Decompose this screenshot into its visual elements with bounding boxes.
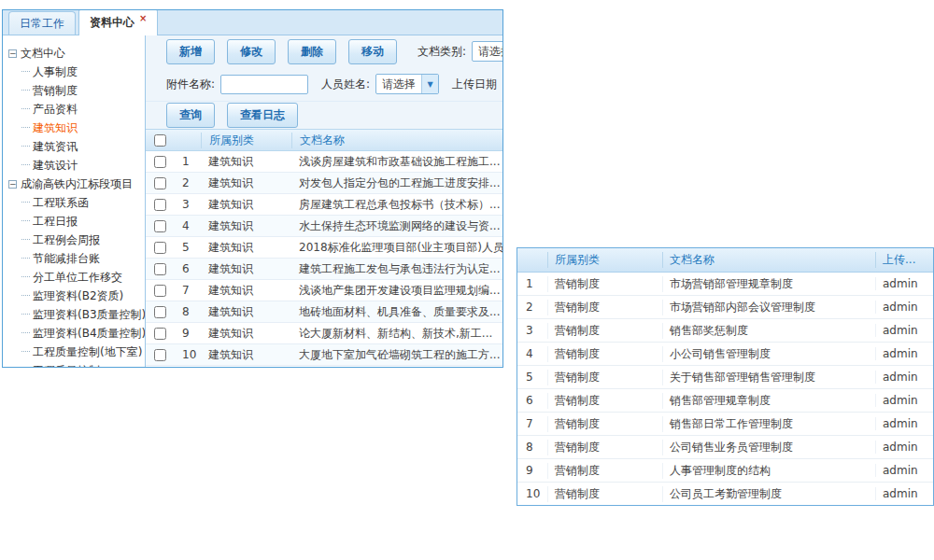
move-button[interactable]: 移动 bbox=[348, 39, 397, 64]
table-row[interactable]: 10 营销制度 公司员工考勤管理制度 admin bbox=[517, 483, 933, 506]
table-row[interactable]: 8 建筑知识 地砖地面材料、机具准备、质量要求及... bbox=[146, 301, 502, 323]
tab-data-center[interactable]: 资料中心× bbox=[78, 9, 158, 35]
row-checkbox[interactable] bbox=[154, 285, 166, 297]
tree-item-label: 工程例会周报 bbox=[33, 233, 100, 246]
row-checkbox[interactable] bbox=[154, 349, 166, 361]
table-row[interactable]: 1 建筑知识 浅谈房屋建筑和市政基础设施工程施工... bbox=[146, 151, 502, 173]
person-select[interactable]: 请选择 ▼ bbox=[375, 74, 439, 94]
row-name: 论大厦新材料、新结构、新技术,新工... bbox=[291, 326, 502, 342]
tree-item[interactable]: 监理资料(B3质量控制) bbox=[8, 305, 143, 324]
tree-item-selected[interactable]: 建筑知识 bbox=[8, 119, 143, 137]
attachment-name-input[interactable] bbox=[220, 75, 308, 94]
tree-root-document-center[interactable]: −文档中心 bbox=[8, 44, 143, 63]
row-number: 10 bbox=[517, 487, 547, 500]
row-checkbox[interactable] bbox=[154, 199, 166, 211]
table-row[interactable]: 7 建筑知识 浅谈地产集团开发建设项目监理规划编... bbox=[146, 280, 502, 301]
row-uploader: admin bbox=[875, 394, 933, 407]
table-row[interactable]: 7 营销制度 销售部日常工作管理制度 admin bbox=[517, 413, 933, 436]
tree-item[interactable]: 节能减排台账 bbox=[8, 249, 143, 268]
row-category: 营销制度 bbox=[547, 416, 662, 432]
table-row[interactable]: 1 营销制度 市场营销部管理规章制度 admin bbox=[517, 273, 933, 296]
tree-root-label: 成渝高铁内江标段项目 bbox=[21, 177, 133, 190]
document-table: 所属别类 文档名称 1 建筑知识 浅谈房屋建筑和市政基础设施工程施工... 2 … bbox=[146, 129, 502, 368]
tree-connector bbox=[21, 295, 30, 296]
tree-item[interactable]: 工程质量控制(地下室) bbox=[8, 343, 143, 361]
row-name: 市场营销部管理规章制度 bbox=[662, 276, 875, 292]
tree-connector bbox=[21, 127, 30, 128]
row-checkbox[interactable] bbox=[154, 177, 166, 189]
row-checkbox[interactable] bbox=[154, 306, 166, 318]
view-log-button[interactable]: 查看日志 bbox=[227, 103, 298, 128]
tree-item[interactable]: 人事制度 bbox=[8, 63, 143, 81]
row-category: 营销制度 bbox=[547, 323, 662, 339]
table-row[interactable]: 3 建筑知识 房屋建筑工程总承包投标书（技术标）... bbox=[146, 194, 502, 216]
tree-connector bbox=[21, 71, 30, 72]
row-checkbox[interactable] bbox=[154, 328, 166, 340]
row-name: 公司员工考勤管理制度 bbox=[662, 486, 875, 502]
tab-label: 日常工作 bbox=[20, 17, 64, 30]
table-row[interactable]: 3 营销制度 销售部奖惩制度 admin bbox=[517, 319, 933, 343]
table-row[interactable]: 6 建筑知识 建筑工程施工发包与承包违法行为认定... bbox=[146, 259, 502, 280]
collapse-icon[interactable]: − bbox=[8, 180, 17, 189]
tree-item[interactable]: 产品资料 bbox=[8, 100, 143, 119]
category-select[interactable]: 请选择 ▼ bbox=[472, 41, 502, 62]
row-checkbox[interactable] bbox=[154, 220, 166, 232]
tree-item[interactable]: 工程质量控制 bbox=[8, 361, 143, 368]
row-number: 2 bbox=[517, 301, 547, 314]
collapse-icon[interactable]: − bbox=[8, 49, 17, 58]
row-name: 对发包人指定分包的工程施工进度安排... bbox=[291, 175, 502, 191]
tree-item[interactable]: 分工单位工作移交 bbox=[8, 268, 143, 287]
person-label: 人员姓名: bbox=[321, 77, 370, 92]
tree-connector bbox=[21, 90, 30, 91]
tree-item[interactable]: 建筑设计 bbox=[8, 156, 143, 175]
table-row[interactable]: 10 建筑知识 大厦地下室加气砼墙砌筑工程的施工方... bbox=[146, 344, 502, 366]
table-row[interactable]: 5 建筑知识 2018标准化监理项目部(业主项目部)人员... bbox=[146, 237, 502, 259]
table-row[interactable]: 5 营销制度 关于销售部管理销售管理制度 admin bbox=[517, 366, 933, 389]
row-category: 建筑知识 bbox=[201, 261, 291, 277]
row-name: 浅谈地产集团开发建设项目监理规划编... bbox=[291, 283, 502, 299]
tree-connector bbox=[21, 164, 30, 165]
tree-item[interactable]: 建筑资讯 bbox=[8, 137, 143, 156]
row-checkbox[interactable] bbox=[154, 156, 166, 168]
table-row[interactable]: 9 建筑知识 论大厦新材料、新结构、新技术,新工... bbox=[146, 323, 502, 344]
modify-button[interactable]: 修改 bbox=[227, 39, 276, 64]
table-row[interactable]: 4 营销制度 小公司销售管理制度 admin bbox=[517, 343, 933, 366]
row-category: 建筑知识 bbox=[201, 197, 291, 213]
row-category: 建筑知识 bbox=[201, 175, 291, 191]
tree-item[interactable]: 营销制度 bbox=[8, 81, 143, 100]
row-number: 7 bbox=[174, 284, 201, 297]
row-number: 8 bbox=[517, 441, 547, 454]
tree-item[interactable]: 监理资料(B2资质) bbox=[8, 287, 143, 305]
tree-connector bbox=[21, 314, 30, 315]
row-uploader: admin bbox=[875, 324, 933, 337]
tab-close-icon[interactable]: × bbox=[139, 13, 147, 23]
row-category: 建筑知识 bbox=[201, 240, 291, 256]
table-row[interactable]: 6 营销制度 销售部管理规章制度 admin bbox=[517, 389, 933, 413]
tab-daily-work[interactable]: 日常工作 bbox=[8, 11, 76, 35]
table-row[interactable]: 2 营销制度 市场营销部内部会议管理制度 admin bbox=[517, 296, 933, 319]
row-checkbox[interactable] bbox=[154, 242, 166, 254]
toolbar-row-1: 新增 修改 删除 移动 文档类别: 请选择 ▼ 文档 bbox=[146, 35, 502, 67]
row-number: 9 bbox=[517, 464, 547, 477]
select-all-checkbox[interactable] bbox=[154, 134, 166, 147]
delete-button[interactable]: 删除 bbox=[288, 39, 336, 64]
row-number: 8 bbox=[174, 305, 201, 318]
table-row[interactable]: 9 营销制度 人事管理制度的结构 admin bbox=[517, 459, 933, 483]
tree-connector bbox=[21, 220, 30, 221]
window-body: −文档中心 人事制度 营销制度 产品资料 建筑知识 建筑资讯 建筑设计 −成渝高… bbox=[3, 35, 502, 368]
row-checkbox[interactable] bbox=[154, 263, 166, 275]
tree-item[interactable]: 工程联系函 bbox=[8, 193, 143, 212]
add-button[interactable]: 新增 bbox=[166, 39, 215, 64]
tree-root-project[interactable]: −成渝高铁内江标段项目 bbox=[8, 175, 143, 193]
row-category: 建筑知识 bbox=[201, 154, 291, 170]
tree-item[interactable]: 工程例会周报 bbox=[8, 231, 143, 249]
tree-item[interactable]: 工程日报 bbox=[8, 212, 143, 231]
table-row[interactable]: 4 建筑知识 水土保持生态环境监测网络的建设与资... bbox=[146, 216, 502, 237]
row-name: 大厦地下室加气砼墙砌筑工程的施工方... bbox=[291, 347, 502, 363]
table-row[interactable]: 8 营销制度 公司销售业务员管理制度 admin bbox=[517, 436, 933, 459]
tree-item-label: 工程联系函 bbox=[33, 196, 89, 209]
query-button[interactable]: 查询 bbox=[166, 103, 215, 128]
tree-item[interactable]: 监理资料(B4质量控制) bbox=[8, 324, 143, 343]
table-row[interactable]: 2 建筑知识 对发包人指定分包的工程施工进度安排... bbox=[146, 173, 502, 194]
tree-connector bbox=[21, 258, 30, 259]
